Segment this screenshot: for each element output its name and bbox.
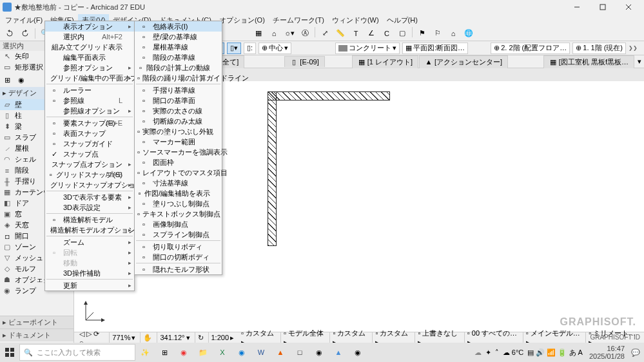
globe-icon[interactable]: 🌐 (462, 27, 476, 40)
measure-icon[interactable]: ⤢ (318, 27, 332, 40)
explorer-icon[interactable]: 📁 (193, 343, 213, 362)
submenu-item[interactable]: ▫包絡表示(I) (135, 21, 222, 32)
copilot-icon[interactable]: ✨ (135, 343, 155, 362)
status-seg[interactable]: ▫ 00 すべての… ▸ (464, 332, 523, 343)
status-seg[interactable]: ▫ 上書きなし ▸ (415, 332, 463, 343)
submenu-item[interactable]: ▫図面枠 (135, 157, 222, 167)
taskbar-search[interactable]: 🔍ここに入力して検索 (19, 344, 135, 361)
minimize-button[interactable] (564, 0, 590, 14)
document-header[interactable]: ▸ ドキュメント (0, 329, 73, 341)
submenu-item[interactable]: ▫切断線のみ太線 (135, 116, 222, 126)
copilot-tray-icon[interactable]: ✦ (485, 348, 491, 357)
toolopt-2[interactable]: ◉ (14, 73, 28, 87)
status-seg[interactable]: ▫ モデル全体 ▸ (280, 332, 329, 343)
infochip-floor1[interactable]: ⊕1. 1階 (現在) (572, 43, 626, 54)
viewmenu-item[interactable]: 参照オプション▸ (45, 62, 134, 73)
submenu-item[interactable]: ▫実際の塗りつぶし外観 (135, 126, 222, 137)
3d-icon[interactable]: ⌂ (267, 27, 281, 40)
maximize-button[interactable] (590, 0, 616, 14)
word-icon[interactable]: W (251, 343, 271, 362)
window-icon[interactable]: ▦ (251, 27, 266, 40)
viewmenu-item[interactable]: 構造解析モデルオプション▸ (45, 225, 134, 235)
tab-doc[interactable]: ▦[図工室机 黒板f黒板… (543, 55, 634, 68)
infochip-elev[interactable]: ▯: (244, 43, 256, 54)
submenu-item[interactable]: ▫テキストボックス制御点 (135, 209, 222, 219)
menu-8[interactable]: ヘルプ(H) (383, 14, 422, 26)
redo-icon[interactable] (18, 27, 32, 40)
close-button[interactable] (616, 0, 641, 14)
undo-icon[interactable] (3, 27, 17, 40)
tab-e09[interactable]: ▯[E-09] (284, 56, 324, 67)
nav-buttons[interactable]: ◁ ▷ ⟳ ⌕ (77, 332, 107, 343)
infochip-concrete[interactable]: コンクリート▾ (335, 43, 400, 54)
submenu-item[interactable]: ▫開口の切断ボディ (135, 252, 222, 262)
flag-icon[interactable]: ⚑ (415, 27, 429, 40)
viewmenu-item[interactable]: ▫ルーラー (45, 85, 134, 95)
tab-dropdown-icon[interactable]: ▾ (635, 57, 644, 66)
status-seg[interactable]: ▫ カスタム ▸ (329, 332, 372, 343)
taskview-icon[interactable]: ⊞ (155, 343, 174, 362)
a-icon[interactable]: Ⓐ (298, 27, 312, 40)
viewmenu-item[interactable]: ▫グリッドスナップ(S)Alt+S (45, 169, 134, 180)
viewmenu-item[interactable]: 3D操作補助▸ (45, 268, 134, 278)
menu-6[interactable]: チームワーク(T) (269, 14, 328, 26)
viewmenu-item[interactable]: グリッド/編集中の平面オプション▸ (45, 73, 134, 83)
submenu-item[interactable]: ▫実際の太さの線 (135, 106, 222, 116)
submenu-item[interactable]: ▫寸法基準線 (135, 178, 222, 188)
angle-icon[interactable]: ∠ (364, 27, 378, 40)
weather-widget[interactable]: ☁ 6°C (503, 348, 524, 357)
tab-action[interactable]: ▲[アクションセンター] (419, 55, 508, 68)
scale-value[interactable]: 1:200 ▸ (208, 332, 237, 343)
submenu-item[interactable]: ▫レイアウトでのマスタ項目 (135, 167, 222, 178)
home-icon[interactable]: ⌂ (446, 27, 460, 40)
viewmenu-item[interactable]: 更新▸ (45, 280, 134, 291)
viewmenu-item[interactable]: ▫構造解析モデル (45, 214, 134, 225)
submenu-item[interactable]: ▫ソースマーカーを強調表示 (135, 147, 222, 157)
viewmenu-item[interactable]: グリッドスナップオプション▸ (45, 180, 134, 190)
clock[interactable]: 16:472025/01/28 (587, 345, 627, 360)
submenu-item[interactable]: ▫スプライン制御点 (135, 229, 222, 240)
status-seg[interactable]: ▫ メインモデル… ▸ (523, 332, 585, 343)
wall-vertical[interactable] (268, 91, 277, 246)
viewmenu-item[interactable]: ✓スナップ点 (45, 149, 134, 159)
submenu-item[interactable]: ▫画像制御点 (135, 219, 222, 229)
app2-icon[interactable]: ◉ (348, 343, 367, 362)
viewmenu-item[interactable]: ズーム▸ (45, 237, 134, 247)
viewmenu-item[interactable]: ▫表面スナップ (45, 128, 134, 138)
excel-icon[interactable]: X (213, 343, 232, 362)
submenu-item[interactable]: ▫階段の計算上の動線 (135, 62, 222, 73)
submenu-item[interactable]: ▫塗りつぶし制御点 (135, 198, 222, 209)
viewmenu-item[interactable]: ▫スナップガイド (45, 138, 134, 149)
viewmenu-item[interactable]: スナップ点オプション▸ (45, 159, 134, 169)
infochip-plan[interactable]: ▯▾ (227, 43, 241, 54)
toolopt-1[interactable]: ⊞ (0, 73, 14, 87)
infochip-center[interactable]: ⊕中心▾ (259, 43, 291, 54)
submenu-item[interactable]: ▫作図/編集補助を表示 (135, 188, 222, 198)
infochip-plansec[interactable]: ▦平面図:断面図… (402, 43, 468, 54)
submenu-item[interactable]: ▫隠れたモルフ形状 (135, 264, 222, 274)
menu-5[interactable]: オプション(O) (215, 14, 269, 26)
t-icon[interactable]: T (349, 27, 363, 40)
onedrive-icon[interactable]: ☁ (474, 348, 482, 357)
viewmenu-item[interactable]: ▫要素スナップ(E)Alt+E (45, 118, 134, 128)
box-icon[interactable]: ▢ (395, 27, 409, 40)
submenu-item[interactable]: ▫切り取りボディ (135, 242, 222, 252)
wall-horizontal[interactable] (268, 91, 390, 100)
viewpoint-header[interactable]: ▸ ビューポイント (0, 316, 73, 329)
flag2-icon[interactable]: ⚐ (431, 27, 445, 40)
submenu-item[interactable]: ▫壁/梁の基準線 (135, 32, 222, 42)
hand-icon[interactable]: ✋ (140, 332, 155, 343)
viewmenu-item[interactable]: 選択内Alt+F2 (45, 32, 134, 42)
submenu-item[interactable]: ▫開口の基準面 (135, 95, 222, 106)
viewmenu-item[interactable]: 参照線オプション▸ (45, 106, 134, 116)
tray-apps[interactable]: ▤ 🔊 📶 🔋 あ A (527, 348, 583, 357)
chrome-icon[interactable]: ◉ (174, 343, 193, 362)
c-icon[interactable]: C (380, 27, 394, 40)
start-button[interactable] (0, 343, 19, 362)
infochip-floor2[interactable]: ⊕2. 2階 (配置フロア… (491, 43, 570, 54)
viewmenu-item[interactable]: 表示オプション▸ (45, 21, 134, 32)
submenu-item[interactable]: ▫手摺り基準線 (135, 85, 222, 95)
menu-0[interactable]: ファイル(F) (1, 14, 46, 26)
vlc-icon[interactable]: ▲ (271, 343, 290, 362)
chrome2-icon[interactable]: ◉ (309, 343, 329, 362)
